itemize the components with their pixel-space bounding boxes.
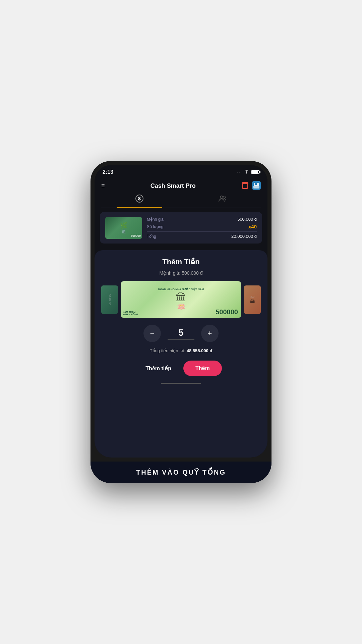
svg-rect-0 bbox=[242, 182, 248, 183]
so-luong-value: x40 bbox=[248, 224, 257, 229]
svg-point-12 bbox=[220, 196, 223, 199]
svg-rect-9 bbox=[253, 186, 259, 189]
tab-people[interactable] bbox=[184, 194, 261, 208]
svg-point-13 bbox=[223, 196, 226, 199]
carousel-prev-bill[interactable]: OT ÁM NG bbox=[101, 285, 118, 314]
svg-rect-8 bbox=[255, 183, 257, 185]
delete-button[interactable] bbox=[241, 182, 249, 190]
total-label: Tổng tiền hiện tại: bbox=[150, 348, 185, 353]
bill-text-label: NĂM TRĂM NGHÌN ĐỒNG bbox=[123, 311, 138, 316]
tong-label: Tổng bbox=[147, 234, 156, 239]
people-tab-icon bbox=[218, 194, 227, 205]
total-display: Tổng tiền hiện tại: 48.855.000 đ bbox=[101, 348, 261, 353]
status-icons: ··· bbox=[237, 169, 259, 175]
them-tiep-button[interactable]: Thêm tiếp bbox=[140, 361, 177, 376]
tab-divider bbox=[101, 208, 261, 208]
tong-value: 20.000.000 đ bbox=[231, 234, 257, 239]
bottom-banner: THÊM VÀO QUỸ TỔNG bbox=[90, 462, 272, 483]
carousel-next-bill[interactable]: 200 🏔 bbox=[244, 285, 261, 314]
quantity-value: 5 bbox=[178, 327, 184, 338]
bill-bank-name: NGÂN HÀNG NHÀ NƯỚC VIỆT NAM bbox=[158, 288, 204, 291]
home-indicator bbox=[101, 380, 261, 387]
wifi-icon bbox=[244, 169, 249, 175]
header-action-icons bbox=[241, 181, 261, 191]
signal-icon: ··· bbox=[237, 170, 242, 174]
battery-icon bbox=[251, 170, 259, 174]
them-button[interactable]: Thêm bbox=[183, 361, 222, 376]
bill-lotus-icon: 🪷 bbox=[177, 303, 186, 311]
modal-title: Thêm Tiền bbox=[101, 258, 261, 266]
so-luong-label: Số lượng bbox=[147, 224, 163, 229]
quantity-stepper-row: − 5 + bbox=[101, 325, 261, 342]
menh-gia-value: 500.000 đ bbox=[237, 217, 257, 222]
status-time: 2:13 bbox=[103, 169, 113, 175]
add-money-modal: Thêm Tiền Mệnh giá: 500.000 đ OT ÁM NG N… bbox=[95, 250, 267, 458]
bill-summary-card: 🌿 🏛️ 500000 Mệnh giá 500.000 đ Số lượng … bbox=[100, 212, 262, 244]
action-buttons-row: Thêm tiếp Thêm bbox=[101, 361, 261, 376]
save-button[interactable] bbox=[252, 181, 261, 191]
svg-text:$: $ bbox=[138, 196, 141, 201]
increment-button[interactable]: + bbox=[201, 325, 219, 342]
modal-subtitle: Mệnh giá: 500.000 đ bbox=[101, 270, 261, 276]
tab-bar: $ bbox=[95, 191, 267, 208]
bill-carousel[interactable]: OT ÁM NG NGÂN HÀNG NHÀ NƯỚC VIỆT NAM 🏛 🪷… bbox=[101, 281, 261, 318]
status-bar: 2:13 ··· bbox=[95, 165, 267, 178]
tab-money[interactable]: $ bbox=[101, 194, 178, 208]
app-header: ≡ Cash Smart Pro bbox=[95, 178, 267, 191]
bill-details: Mệnh giá 500.000 đ Số lượng x40 Tổng 20.… bbox=[147, 217, 257, 239]
decrement-button[interactable]: − bbox=[143, 325, 161, 342]
total-value: 48.855.000 đ bbox=[187, 348, 213, 353]
bill-denomination: 500000 bbox=[216, 308, 238, 316]
stepper-underline bbox=[168, 339, 194, 340]
menu-icon[interactable]: ≡ bbox=[101, 182, 105, 190]
bill-thumbnail: 🌿 🏛️ 500000 bbox=[105, 217, 142, 239]
carousel-main-bill[interactable]: NGÂN HÀNG NHÀ NƯỚC VIỆT NAM 🏛 🪷 500000 N… bbox=[121, 281, 241, 318]
bill-landscape-icon: 🏛 bbox=[176, 291, 186, 304]
home-bar bbox=[161, 383, 201, 384]
quantity-display: 5 bbox=[168, 327, 194, 340]
menh-gia-label: Mệnh giá bbox=[147, 217, 164, 222]
app-title: Cash Smart Pro bbox=[150, 182, 196, 190]
money-tab-icon: $ bbox=[135, 194, 144, 205]
bottom-banner-text: THÊM VÀO QUỸ TỔNG bbox=[97, 468, 265, 476]
